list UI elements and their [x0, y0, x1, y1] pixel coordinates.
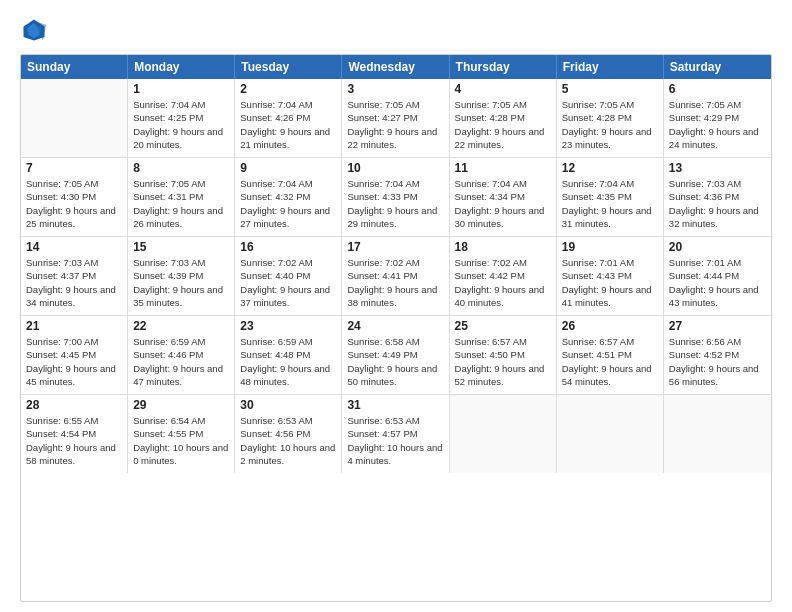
day-number: 25: [455, 319, 551, 333]
calendar-cell: 11Sunrise: 7:04 AMSunset: 4:34 PMDayligh…: [450, 158, 557, 236]
day-info: Sunrise: 7:04 AMSunset: 4:33 PMDaylight:…: [347, 177, 443, 230]
day-info: Sunrise: 6:55 AMSunset: 4:54 PMDaylight:…: [26, 414, 122, 467]
day-info: Sunrise: 6:56 AMSunset: 4:52 PMDaylight:…: [669, 335, 766, 388]
day-header-wednesday: Wednesday: [342, 55, 449, 79]
day-info: Sunrise: 7:00 AMSunset: 4:45 PMDaylight:…: [26, 335, 122, 388]
day-info: Sunrise: 7:05 AMSunset: 4:28 PMDaylight:…: [562, 98, 658, 151]
logo-icon: [20, 16, 48, 44]
calendar-cell: 24Sunrise: 6:58 AMSunset: 4:49 PMDayligh…: [342, 316, 449, 394]
calendar-cell: 9Sunrise: 7:04 AMSunset: 4:32 PMDaylight…: [235, 158, 342, 236]
day-info: Sunrise: 6:53 AMSunset: 4:57 PMDaylight:…: [347, 414, 443, 467]
day-info: Sunrise: 7:05 AMSunset: 4:27 PMDaylight:…: [347, 98, 443, 151]
calendar-cell: 12Sunrise: 7:04 AMSunset: 4:35 PMDayligh…: [557, 158, 664, 236]
day-info: Sunrise: 7:03 AMSunset: 4:39 PMDaylight:…: [133, 256, 229, 309]
day-header-friday: Friday: [557, 55, 664, 79]
header: [20, 16, 772, 44]
day-number: 10: [347, 161, 443, 175]
day-number: 5: [562, 82, 658, 96]
day-number: 31: [347, 398, 443, 412]
calendar-row-1: 1Sunrise: 7:04 AMSunset: 4:25 PMDaylight…: [21, 79, 771, 158]
calendar-cell: 10Sunrise: 7:04 AMSunset: 4:33 PMDayligh…: [342, 158, 449, 236]
day-info: Sunrise: 7:02 AMSunset: 4:41 PMDaylight:…: [347, 256, 443, 309]
day-number: 18: [455, 240, 551, 254]
day-number: 8: [133, 161, 229, 175]
day-info: Sunrise: 7:04 AMSunset: 4:34 PMDaylight:…: [455, 177, 551, 230]
calendar-cell: [21, 79, 128, 157]
calendar-cell: 18Sunrise: 7:02 AMSunset: 4:42 PMDayligh…: [450, 237, 557, 315]
day-number: 23: [240, 319, 336, 333]
calendar-cell: 19Sunrise: 7:01 AMSunset: 4:43 PMDayligh…: [557, 237, 664, 315]
calendar-cell: 23Sunrise: 6:59 AMSunset: 4:48 PMDayligh…: [235, 316, 342, 394]
day-header-thursday: Thursday: [450, 55, 557, 79]
calendar-row-4: 21Sunrise: 7:00 AMSunset: 4:45 PMDayligh…: [21, 316, 771, 395]
day-number: 6: [669, 82, 766, 96]
day-number: 15: [133, 240, 229, 254]
calendar-cell: 2Sunrise: 7:04 AMSunset: 4:26 PMDaylight…: [235, 79, 342, 157]
day-info: Sunrise: 7:03 AMSunset: 4:37 PMDaylight:…: [26, 256, 122, 309]
calendar-row-2: 7Sunrise: 7:05 AMSunset: 4:30 PMDaylight…: [21, 158, 771, 237]
day-number: 11: [455, 161, 551, 175]
day-number: 1: [133, 82, 229, 96]
calendar-cell: 17Sunrise: 7:02 AMSunset: 4:41 PMDayligh…: [342, 237, 449, 315]
day-number: 27: [669, 319, 766, 333]
day-info: Sunrise: 6:57 AMSunset: 4:51 PMDaylight:…: [562, 335, 658, 388]
day-info: Sunrise: 6:57 AMSunset: 4:50 PMDaylight:…: [455, 335, 551, 388]
calendar-cell: 26Sunrise: 6:57 AMSunset: 4:51 PMDayligh…: [557, 316, 664, 394]
day-number: 29: [133, 398, 229, 412]
day-header-monday: Monday: [128, 55, 235, 79]
day-number: 16: [240, 240, 336, 254]
calendar-cell: 4Sunrise: 7:05 AMSunset: 4:28 PMDaylight…: [450, 79, 557, 157]
calendar-cell: 16Sunrise: 7:02 AMSunset: 4:40 PMDayligh…: [235, 237, 342, 315]
calendar-cell: 15Sunrise: 7:03 AMSunset: 4:39 PMDayligh…: [128, 237, 235, 315]
day-info: Sunrise: 6:58 AMSunset: 4:49 PMDaylight:…: [347, 335, 443, 388]
calendar-body: 1Sunrise: 7:04 AMSunset: 4:25 PMDaylight…: [21, 79, 771, 473]
calendar-row-5: 28Sunrise: 6:55 AMSunset: 4:54 PMDayligh…: [21, 395, 771, 473]
calendar-cell: 29Sunrise: 6:54 AMSunset: 4:55 PMDayligh…: [128, 395, 235, 473]
day-number: 30: [240, 398, 336, 412]
calendar-cell: 1Sunrise: 7:04 AMSunset: 4:25 PMDaylight…: [128, 79, 235, 157]
day-header-tuesday: Tuesday: [235, 55, 342, 79]
calendar-cell: [557, 395, 664, 473]
day-info: Sunrise: 7:04 AMSunset: 4:26 PMDaylight:…: [240, 98, 336, 151]
day-number: 17: [347, 240, 443, 254]
calendar-cell: 25Sunrise: 6:57 AMSunset: 4:50 PMDayligh…: [450, 316, 557, 394]
calendar-cell: 3Sunrise: 7:05 AMSunset: 4:27 PMDaylight…: [342, 79, 449, 157]
calendar-cell: 28Sunrise: 6:55 AMSunset: 4:54 PMDayligh…: [21, 395, 128, 473]
day-info: Sunrise: 6:54 AMSunset: 4:55 PMDaylight:…: [133, 414, 229, 467]
day-info: Sunrise: 7:05 AMSunset: 4:29 PMDaylight:…: [669, 98, 766, 151]
day-number: 22: [133, 319, 229, 333]
day-number: 9: [240, 161, 336, 175]
calendar-cell: [450, 395, 557, 473]
calendar-cell: 14Sunrise: 7:03 AMSunset: 4:37 PMDayligh…: [21, 237, 128, 315]
day-number: 26: [562, 319, 658, 333]
day-info: Sunrise: 6:59 AMSunset: 4:48 PMDaylight:…: [240, 335, 336, 388]
calendar-cell: 27Sunrise: 6:56 AMSunset: 4:52 PMDayligh…: [664, 316, 771, 394]
calendar-cell: [664, 395, 771, 473]
day-number: 13: [669, 161, 766, 175]
day-info: Sunrise: 7:01 AMSunset: 4:43 PMDaylight:…: [562, 256, 658, 309]
calendar-cell: 21Sunrise: 7:00 AMSunset: 4:45 PMDayligh…: [21, 316, 128, 394]
day-number: 19: [562, 240, 658, 254]
day-number: 24: [347, 319, 443, 333]
day-number: 21: [26, 319, 122, 333]
page: SundayMondayTuesdayWednesdayThursdayFrid…: [0, 0, 792, 612]
calendar-cell: 7Sunrise: 7:05 AMSunset: 4:30 PMDaylight…: [21, 158, 128, 236]
day-info: Sunrise: 7:04 AMSunset: 4:25 PMDaylight:…: [133, 98, 229, 151]
day-info: Sunrise: 7:05 AMSunset: 4:30 PMDaylight:…: [26, 177, 122, 230]
day-header-sunday: Sunday: [21, 55, 128, 79]
calendar-cell: 6Sunrise: 7:05 AMSunset: 4:29 PMDaylight…: [664, 79, 771, 157]
calendar: SundayMondayTuesdayWednesdayThursdayFrid…: [20, 54, 772, 602]
calendar-cell: 13Sunrise: 7:03 AMSunset: 4:36 PMDayligh…: [664, 158, 771, 236]
day-header-saturday: Saturday: [664, 55, 771, 79]
day-info: Sunrise: 7:05 AMSunset: 4:31 PMDaylight:…: [133, 177, 229, 230]
day-number: 2: [240, 82, 336, 96]
calendar-cell: 31Sunrise: 6:53 AMSunset: 4:57 PMDayligh…: [342, 395, 449, 473]
day-number: 3: [347, 82, 443, 96]
day-info: Sunrise: 7:04 AMSunset: 4:35 PMDaylight:…: [562, 177, 658, 230]
calendar-cell: 8Sunrise: 7:05 AMSunset: 4:31 PMDaylight…: [128, 158, 235, 236]
calendar-cell: 20Sunrise: 7:01 AMSunset: 4:44 PMDayligh…: [664, 237, 771, 315]
day-number: 4: [455, 82, 551, 96]
day-number: 12: [562, 161, 658, 175]
calendar-cell: 5Sunrise: 7:05 AMSunset: 4:28 PMDaylight…: [557, 79, 664, 157]
day-number: 7: [26, 161, 122, 175]
